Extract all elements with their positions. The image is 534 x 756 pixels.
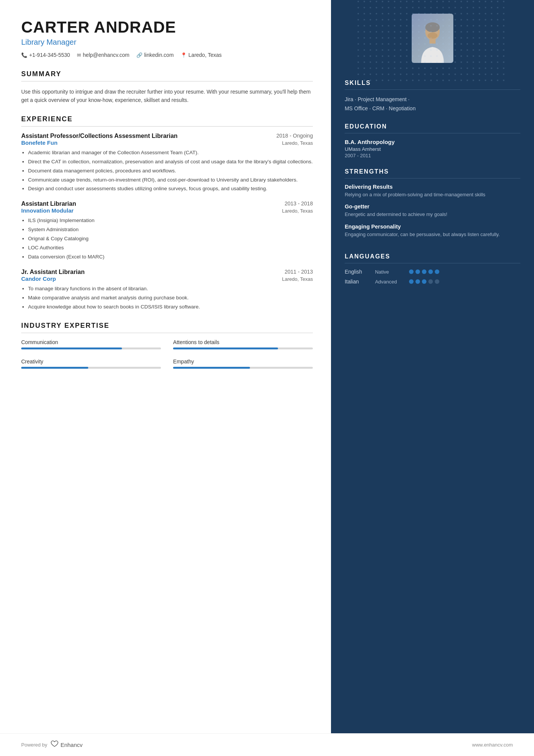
dot (409, 269, 414, 274)
strength-item-2: Engaging Personality Engaging communicat… (331, 224, 534, 238)
dot (422, 279, 426, 284)
bullet-item: Acquire knowledge about how to search bo… (28, 303, 313, 311)
dot (409, 279, 414, 284)
job-item-2: Assistant Librarian 2013 - 2018 Innovati… (21, 200, 313, 261)
job-date-3: 2011 - 2013 (284, 269, 313, 275)
experience-section: EXPERIENCE Assistant Professor/Collectio… (21, 115, 313, 311)
languages-title: LANGUAGES (331, 253, 534, 260)
education-section: EDUCATION B.A. Anthropology UMass Amhers… (331, 123, 534, 158)
dot (428, 269, 433, 274)
job-date-1: 2018 - Ongoing (276, 133, 313, 139)
job-header-3: Jr. Assistant Librarian 2011 - 2013 (21, 269, 313, 275)
enhancv-logo: Enhancv (50, 740, 83, 749)
expertise-label-0: Communication (21, 339, 161, 345)
left-column: CARTER ANDRADE Library Manager 📞 +1-914-… (0, 0, 331, 733)
enhancv-heart-icon (50, 740, 59, 749)
email-address: help@enhancv.com (83, 52, 130, 58)
bullet-item: Design and conduct user assessments stud… (28, 185, 313, 193)
expertise-label-1: Attentions to details (173, 339, 313, 345)
bullet-item: ILS (Insignia) Implementation (28, 217, 313, 225)
linkedin-url: linkedin.com (144, 52, 174, 58)
job-subrow-3: Candor Corp Laredo, Texas (21, 275, 313, 283)
summary-title: SUMMARY (21, 70, 313, 78)
strength-item-0: Delivering Results Relying on a mix of p… (331, 184, 534, 199)
skills-text-2: MS Office · CRM · Negotiation (331, 104, 534, 113)
job-bullets-1: Academic librarian and manager of the Co… (21, 149, 313, 193)
job-bullets-2: ILS (Insignia) Implementation System Adm… (21, 217, 313, 261)
languages-divider (345, 263, 520, 263)
job-item-1: Assistant Professor/Collections Assessme… (21, 133, 313, 193)
svg-point-4 (425, 22, 440, 32)
progress-bg-3 (173, 367, 313, 369)
lang-row-1: Italian Advanced (331, 279, 534, 285)
resume-header: CARTER ANDRADE Library Manager 📞 +1-914-… (21, 18, 313, 58)
link-icon: 🔗 (136, 52, 142, 58)
skills-title: SKILLS (331, 80, 534, 86)
strength-name-2: Engaging Personality (345, 224, 520, 230)
edu-school: UMass Amherst (331, 146, 534, 152)
expertise-label-3: Empathy (173, 358, 313, 365)
email-icon: ✉ (77, 52, 81, 58)
expertise-item-0: Communication (21, 339, 161, 349)
lang-dots-1 (409, 279, 439, 284)
job-location-3: Laredo, Texas (282, 276, 313, 282)
progress-bg-2 (21, 367, 161, 369)
job-title-2: Assistant Librarian (21, 200, 76, 207)
experience-title: EXPERIENCE (21, 115, 313, 123)
strength-item-1: Go-getter Energetic and determined to ac… (331, 203, 534, 218)
heart-svg (50, 740, 59, 747)
contact-row: 📞 +1-914-345-5530 ✉ help@enhancv.com 🔗 l… (21, 52, 313, 58)
bullet-item: Document data management policies, proce… (28, 167, 313, 175)
strengths-section: STRENGTHS Delivering Results Relying on … (331, 168, 534, 244)
job-company-2: Innovation Modular (21, 207, 73, 214)
job-subrow-2: Innovation Modular Laredo, Texas (21, 207, 313, 214)
expertise-section: INDUSTRY EXPERTISE Communication Attenti… (21, 322, 313, 369)
job-date-2: 2013 - 2018 (284, 200, 313, 207)
expertise-divider (21, 333, 313, 333)
languages-section: LANGUAGES English Native Italian Advance… (331, 253, 534, 288)
dot (415, 269, 420, 274)
job-title-3: Jr. Assistant Librarian (21, 269, 84, 275)
edu-degree: B.A. Anthropology (331, 139, 534, 145)
lang-dots-0 (409, 269, 439, 274)
expertise-item-3: Empathy (173, 358, 313, 369)
job-company-1: Bonefete Fun (21, 139, 58, 146)
profile-photo (412, 14, 453, 63)
progress-fill-2 (21, 367, 88, 369)
profile-photo-area (331, 0, 534, 70)
location-icon: 📍 (181, 52, 187, 58)
dot (415, 279, 420, 284)
strength-desc-0: Relying on a mix of problem-solving and … (345, 191, 520, 199)
strength-desc-2: Engaging communicator, can be persuasive… (345, 231, 520, 238)
skills-section: SKILLS Jira · Project Management · MS Of… (331, 80, 534, 113)
right-column: SKILLS Jira · Project Management · MS Of… (331, 0, 534, 733)
bullet-item: Data conversion (Excel to MARC) (28, 253, 313, 261)
expertise-label-2: Creativity (21, 358, 161, 365)
location-text: Laredo, Texas (189, 52, 222, 58)
candidate-name: CARTER ANDRADE (21, 18, 313, 36)
footer-website: www.enhancv.com (472, 742, 513, 748)
skills-divider (345, 89, 520, 90)
lang-name-1: Italian (345, 279, 375, 285)
phone-contact: 📞 +1-914-345-5530 (21, 52, 70, 58)
job-location-1: Laredo, Texas (282, 140, 313, 146)
bullet-item: Communicate usage trends, return-on-inve… (28, 176, 313, 184)
svg-point-5 (428, 33, 437, 39)
job-item-3: Jr. Assistant Librarian 2011 - 2013 Cand… (21, 269, 313, 311)
bullet-item: Orignal & Copy Cataloging (28, 235, 313, 243)
powered-by-text: Powered by (21, 742, 47, 748)
lang-row-0: English Native (331, 269, 534, 275)
edu-years: 2007 - 2011 (331, 153, 534, 158)
progress-fill-3 (173, 367, 250, 369)
dot-empty (428, 279, 433, 284)
bullet-item: Make comparative analysis and market ana… (28, 294, 313, 302)
email-contact: ✉ help@enhancv.com (77, 52, 130, 58)
job-title-1: Assistant Professor/Collections Assessme… (21, 133, 178, 139)
strengths-title: STRENGTHS (331, 168, 534, 175)
phone-number: +1-914-345-5530 (29, 52, 70, 58)
progress-bg-1 (173, 347, 313, 349)
summary-text: Use this opportunity to intrigue and dra… (21, 88, 313, 105)
dot (435, 269, 439, 274)
expertise-item-2: Creativity (21, 358, 161, 369)
expertise-title: INDUSTRY EXPERTISE (21, 322, 313, 330)
